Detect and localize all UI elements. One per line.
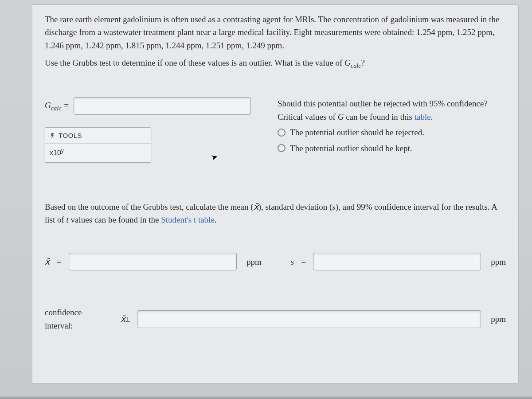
question-paragraph-2: Use the Grubbs test to determine if one … xyxy=(45,56,506,70)
xbar-label: x̄ xyxy=(45,255,50,268)
ci-label: confidence interval: xyxy=(45,306,111,332)
gcalc-var: Gcalc xyxy=(344,58,361,67)
fq-gletter: G xyxy=(338,112,344,121)
radio-option-keep[interactable]: The potential outlier should be kept. xyxy=(278,142,506,155)
gcalc-g-label: G xyxy=(45,101,51,110)
p2-a: Based on the outcome of the Grubbs test,… xyxy=(45,202,254,211)
sci-notation-button[interactable]: x10y xyxy=(50,149,64,156)
gcalc-block: Gcalc = TOOLS x10y xyxy=(45,97,251,162)
gcalc-line: Gcalc = xyxy=(45,97,251,115)
followup-question: Should this potential outlier be rejecte… xyxy=(278,97,506,155)
radio-circle-reject[interactable] xyxy=(278,129,286,137)
tools-header: TOOLS xyxy=(45,128,151,144)
dock-shadow xyxy=(0,395,532,399)
ci-input[interactable] xyxy=(137,310,481,328)
tools-box: TOOLS x10y xyxy=(45,127,151,162)
mean-input[interactable] xyxy=(69,253,237,270)
std-unit: ppm xyxy=(491,255,506,268)
s-label: s xyxy=(291,255,294,268)
q2-post: ? xyxy=(361,58,365,67)
p2-s: s xyxy=(332,202,335,211)
gcalc-and-followup-row: Gcalc = TOOLS x10y Should this potential… xyxy=(45,97,506,162)
gcalc-label: Gcalc = xyxy=(45,99,69,113)
p2-xbar: x̄ xyxy=(254,202,258,211)
p2-b: ), standard deviation ( xyxy=(258,202,332,211)
sci-exp: y xyxy=(61,147,64,153)
question-card: The rare earth element gadolinium is oft… xyxy=(32,4,519,383)
ci-expr: x̄± xyxy=(121,313,130,325)
radio-label-reject: The potential outlier should be rejected… xyxy=(290,126,424,139)
q2-pre: Use the Grubbs test to determine if one … xyxy=(45,58,344,67)
lightning-icon xyxy=(50,133,56,139)
radio-circle-keep[interactable] xyxy=(278,144,286,152)
gcalc-sub: calc xyxy=(351,62,361,69)
gcalc-equals: = xyxy=(61,101,69,110)
gcalc-input[interactable] xyxy=(74,97,251,115)
std-input[interactable] xyxy=(313,253,481,270)
radio-label-keep: The potential outlier should be kept. xyxy=(290,142,412,155)
gcalc-sub-label: calc xyxy=(51,105,62,112)
ci-unit: ppm xyxy=(491,313,506,325)
sci-base: x10 xyxy=(50,149,61,156)
radio-group: The potential outlier should be rejected… xyxy=(278,126,506,155)
followup-text: Should this potential outlier be rejecte… xyxy=(278,97,506,123)
fq-period: . xyxy=(431,112,433,121)
fq-line1b: can be found in this xyxy=(344,112,414,121)
paragraph-stats: Based on the outcome of the Grubbs test,… xyxy=(45,200,506,227)
confidence-interval-row: confidence interval: x̄± ppm xyxy=(45,306,506,332)
mean-unit: ppm xyxy=(246,255,262,268)
s-equals: = xyxy=(301,255,306,268)
students-t-table-link[interactable]: Student's t table xyxy=(161,215,215,224)
p2-e: . xyxy=(215,215,217,224)
question-paragraph-1: The rare earth element gadolinium is oft… xyxy=(45,13,506,52)
radio-option-reject[interactable]: The potential outlier should be rejected… xyxy=(278,126,506,139)
gcalc-g: G xyxy=(344,58,351,67)
tools-buttons-row: x10y xyxy=(45,144,151,162)
mean-std-row: x̄ = ppm s = ppm xyxy=(45,253,506,270)
tools-header-text: TOOLS xyxy=(59,130,82,141)
xbar-equals: = xyxy=(57,255,62,268)
critical-values-table-link[interactable]: table xyxy=(415,112,431,121)
p2-d: values can be found in the xyxy=(69,215,161,224)
